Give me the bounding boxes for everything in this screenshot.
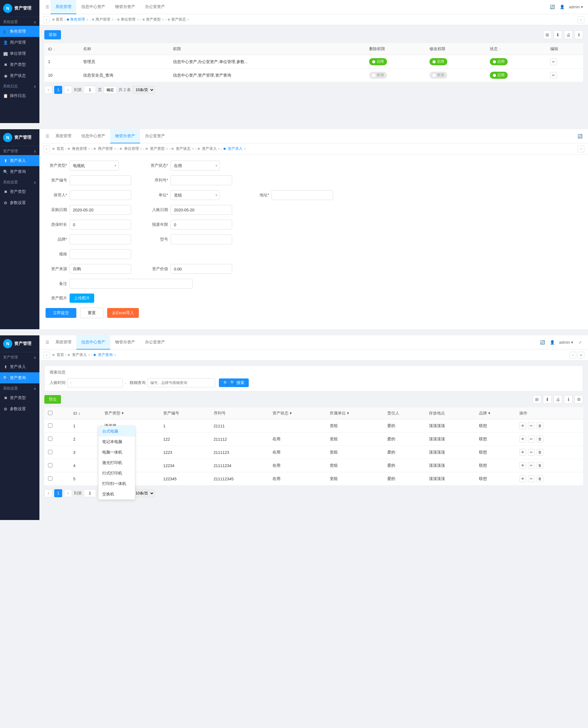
next-page-1[interactable]: › bbox=[64, 86, 72, 94]
dropdown-item-laptop[interactable]: 笔记本电脑 bbox=[99, 437, 135, 447]
view-icon-3[interactable]: ⊞ bbox=[532, 395, 541, 404]
row-cb-0[interactable] bbox=[48, 423, 52, 428]
search-button-3[interactable]: 🔍 🔍 搜索 bbox=[219, 378, 249, 387]
custodian-input[interactable] bbox=[69, 190, 131, 200]
sidebar-item-asset-query-3[interactable]: 🔍 资产查询 bbox=[0, 372, 39, 383]
refresh-icon-1[interactable]: 🔄 bbox=[549, 4, 555, 10]
dropdown-item-desktop[interactable]: 台式电脑 bbox=[99, 426, 135, 437]
admin-label-1[interactable]: admin ▾ bbox=[569, 5, 583, 9]
dropdown-item-laser-printer[interactable]: 激光打印机 bbox=[99, 458, 135, 468]
hamburger-1[interactable]: ☰ bbox=[44, 4, 50, 10]
info-icon-3[interactable]: ℹ bbox=[564, 395, 573, 404]
bc-prev-2[interactable]: ‹ bbox=[43, 146, 50, 152]
tab-system-mgmt[interactable]: 系统管理 bbox=[50, 0, 76, 14]
edit-icon[interactable]: ✏ bbox=[550, 72, 557, 79]
tab-property-assets[interactable]: 物管办资产 bbox=[110, 0, 140, 14]
asset-type-select[interactable]: 电视机 bbox=[69, 161, 119, 171]
del-act-icon-4[interactable]: 🗑 bbox=[537, 476, 543, 482]
sidebar-item-user-mgmt[interactable]: 👤 用户管理 bbox=[0, 37, 39, 48]
reset-button[interactable]: 重置 bbox=[80, 308, 103, 318]
row-cb-2[interactable] bbox=[48, 450, 52, 454]
refresh-icon-2[interactable]: 🔄 bbox=[577, 133, 583, 139]
tab-office-assets[interactable]: 办公室资产 bbox=[140, 0, 170, 14]
delete-toggle[interactable]: 启用 bbox=[369, 58, 387, 65]
export-button-3[interactable]: 导出 bbox=[44, 395, 61, 404]
select-all-cb[interactable] bbox=[48, 411, 52, 415]
warranty-input[interactable] bbox=[69, 220, 131, 229]
serial-no-input[interactable] bbox=[171, 175, 232, 185]
model-input[interactable] bbox=[171, 235, 232, 244]
page-input-3[interactable] bbox=[84, 489, 96, 497]
bc-text-unit[interactable]: 单位管理 bbox=[121, 17, 135, 22]
bc-next-1[interactable]: › bbox=[578, 16, 584, 23]
per-page-select-1[interactable]: 10条/页 20条/页 bbox=[133, 86, 154, 94]
bc-next-3[interactable]: › bbox=[569, 352, 576, 358]
view-act-icon-3[interactable]: 👁 bbox=[519, 462, 526, 469]
bc-text-assetstatus[interactable]: 资产状态 bbox=[171, 17, 186, 22]
bc-expand-3[interactable]: ∨ bbox=[578, 352, 584, 358]
bc-prev-1[interactable]: ‹ bbox=[43, 16, 50, 23]
edit-icon[interactable]: ✏ bbox=[550, 59, 557, 65]
expand-icon-3[interactable]: ⤢ bbox=[577, 339, 583, 346]
sidebar-item-unit-mgmt[interactable]: 🏢 单位管理 bbox=[0, 48, 39, 59]
user-avatar-1[interactable]: 👤 bbox=[559, 4, 565, 10]
remark-input[interactable] bbox=[69, 279, 193, 289]
sidebar-item-asset-type[interactable]: ✖ 资产类型 bbox=[0, 59, 39, 70]
bc-next-2[interactable]: › bbox=[578, 146, 584, 152]
sidebar-item-asset-entry-2[interactable]: ⬆ 资产录入 bbox=[0, 155, 39, 166]
tab3-office-assets[interactable]: 办公室资产 bbox=[140, 335, 170, 350]
asset-no-input[interactable] bbox=[69, 175, 131, 185]
tab3-info-assets[interactable]: 信息中心资产 bbox=[76, 335, 110, 350]
refresh-icon-3[interactable]: 🔄 bbox=[539, 339, 546, 346]
download-icon-1[interactable]: ⬇ bbox=[553, 30, 562, 39]
status-toggle[interactable]: 启用 bbox=[490, 58, 508, 65]
edit-act-icon-2[interactable]: ✏ bbox=[528, 449, 535, 456]
brand-input[interactable] bbox=[69, 235, 131, 244]
add-button-1[interactable]: 添加 bbox=[44, 30, 61, 39]
tab2-system-mgmt[interactable]: 系统管理 bbox=[50, 129, 76, 144]
modify-toggle[interactable]: 禁用 bbox=[429, 72, 447, 79]
page-input-1[interactable] bbox=[84, 86, 96, 94]
del-act-icon-0[interactable]: 🗑 bbox=[537, 422, 543, 429]
admin-label-3[interactable]: admin ▾ bbox=[559, 340, 573, 345]
dropdown-item-print-scan[interactable]: 打印扫一体机 bbox=[99, 479, 135, 489]
sidebar-item-role-mgmt[interactable]: 👥 角色管理 bbox=[0, 26, 39, 37]
tab2-property-assets[interactable]: 物管办资产 bbox=[110, 129, 140, 144]
print-icon-1[interactable]: 🖨 bbox=[564, 30, 573, 39]
row-cb-3[interactable] bbox=[48, 463, 52, 467]
prev-page-1[interactable]: ‹ bbox=[44, 86, 52, 94]
print-icon-3[interactable]: 🖨 bbox=[553, 395, 562, 404]
edit-act-icon-4[interactable]: ✏ bbox=[528, 476, 535, 482]
source-input[interactable] bbox=[69, 264, 131, 274]
modify-toggle[interactable]: 启用 bbox=[429, 58, 447, 65]
view-act-icon-4[interactable]: 👁 bbox=[519, 476, 526, 482]
page-1-btn-3[interactable]: 1 bbox=[54, 489, 62, 497]
bc-text-role[interactable]: 角色管理 bbox=[70, 17, 85, 22]
bc-text-assettype[interactable]: 资产类型 bbox=[146, 17, 161, 22]
submit-button[interactable]: 立即提交 bbox=[46, 308, 76, 318]
asset-status-select[interactable]: 在用 bbox=[171, 161, 220, 171]
page-confirm-1[interactable]: 确定 bbox=[104, 86, 117, 94]
del-act-icon-3[interactable]: 🗑 bbox=[537, 462, 543, 469]
view-icon-1[interactable]: ⊞ bbox=[543, 30, 552, 39]
prev-page-3[interactable]: ‹ bbox=[44, 489, 52, 497]
sidebar-item-params-3[interactable]: ⚙ 参数设置 bbox=[0, 403, 39, 415]
entry-date-input[interactable] bbox=[171, 205, 232, 215]
sidebar-item-asset-entry-3[interactable]: ⬆ 资产录入 bbox=[0, 361, 39, 372]
sidebar-item-assettype-2[interactable]: ✖ 资产类型 bbox=[0, 186, 39, 197]
sidebar-item-params-2[interactable]: ⚙ 参数设置 bbox=[0, 197, 39, 208]
info-icon-1[interactable]: ℹ bbox=[574, 30, 583, 39]
tab2-info-assets[interactable]: 信息中心资产 bbox=[76, 129, 110, 144]
download-icon-3[interactable]: ⬇ bbox=[543, 395, 552, 404]
tab-info-assets[interactable]: 信息中心资产 bbox=[76, 0, 110, 14]
search-fuzzy-input[interactable] bbox=[147, 378, 215, 388]
excel-import-button[interactable]: 从Excel导入 bbox=[107, 308, 139, 318]
status-toggle[interactable]: 启用 bbox=[490, 72, 508, 79]
row-cb-4[interactable] bbox=[48, 476, 52, 481]
bc-text-home[interactable]: 首页 bbox=[56, 17, 63, 22]
tab3-property-assets[interactable]: 物管办资产 bbox=[110, 335, 140, 350]
upload-button[interactable]: 上传图片 bbox=[69, 293, 94, 303]
bc-prev-3[interactable]: ‹ bbox=[43, 352, 50, 358]
view-act-icon-2[interactable]: 👁 bbox=[519, 449, 526, 456]
purchase-date-input[interactable] bbox=[69, 205, 131, 215]
